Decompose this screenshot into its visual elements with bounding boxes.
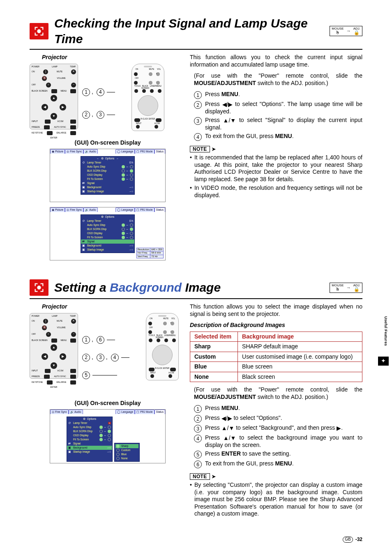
section2-right: This function allows you to select the i… <box>190 303 362 519</box>
projector-label-1: Projector <box>42 54 186 61</box>
callouts-2: 1, 6 2, 3, 4 5 <box>82 336 129 394</box>
note-label-1: NOTE➤ <box>190 146 362 152</box>
side-tab-icon: ✦ <box>378 357 389 366</box>
list-item: 1 Press MENU. <box>194 405 362 413</box>
list-item: 1 Press MENU. <box>194 91 362 99</box>
section2-notes: By selecting "Custom", the projector can… <box>190 481 362 518</box>
gui-box-2: ◎Fine Sync 🔊Audio ◯Language ▢PRJ Mode St… <box>50 409 166 463</box>
section1-right: This function allows you to check the cu… <box>190 54 362 265</box>
projector-diagram-2: POWERLAMPTEMP. ON|MUTE✕ 🔇VOLUME OFF○− BL… <box>30 313 186 394</box>
note-label-2: NOTE➤ <box>190 473 362 480</box>
list-item: 2 Press ◀/▶ to select "Options". <box>194 415 362 423</box>
callouts-1: 1, 4 2, 3 <box>82 88 115 134</box>
section2-left: Projector POWERLAMPTEMP. ON|MUTE✕ 🔇VOLUM… <box>30 303 186 519</box>
list-item: 3 Press ▲/▼ to select "Signal" to displa… <box>194 117 362 131</box>
section1-notes: It is recommended that the lamp be repla… <box>190 154 362 199</box>
gui-heading-2: (GUI) On-screen Display <box>30 400 186 407</box>
section2-rule <box>30 298 362 299</box>
svg-point-0 <box>37 29 41 33</box>
mouse-adj-badge-2: MOUSE🖱 → ADJ.🔒 <box>330 283 362 293</box>
list-item: 2 Press ◀/▶ to select "Options". The lam… <box>194 101 362 115</box>
bg-table: Selected itemBackground image SharpSHARP… <box>190 332 362 382</box>
options-menu-1a: ←⚙Options→ ⏱Lamp Timer0 h Auto Sync Disp… <box>81 156 135 195</box>
section1-heading: Checking the Input Signal and Lamp Usage… <box>30 16 362 46</box>
projector-diagram-1: POWERLAMPTEMP. ON|MUTE✕ 🔇VOLUME OFF○− BL… <box>30 64 186 134</box>
section1-prelude: (For use with the "Power" remote control… <box>194 72 362 87</box>
list-item: 3 Press ▲/▼ to select "Background", and … <box>194 424 362 433</box>
section2-steps: 1 Press MENU. 2 Press ◀/▶ to select "Opt… <box>194 405 362 468</box>
list-item: 6 To exit from the GUI, press MENU. <box>194 460 362 468</box>
remote-panel-1: ONMUTEVOL + OFF − TOOLSBLACK SCREENLASER… <box>131 64 164 131</box>
section2-title: Setting a Background Image <box>54 280 330 295</box>
projector-panel-2: POWERLAMPTEMP. ON|MUTE✕ 🔇VOLUME OFF○− BL… <box>30 313 78 379</box>
gui-box-1b: ◉Picture ◎Fine Sync 🔊Audio ◯Language ▢PR… <box>50 207 166 260</box>
section1-rule <box>30 49 362 50</box>
side-tab: Useful Features <box>383 316 388 346</box>
list-item: 4 Press ▲/▼ to select the background ima… <box>194 434 362 449</box>
list-item: 4 To exit from the GUI, press MENU. <box>194 133 362 141</box>
page-footer: GB -32 <box>343 537 362 543</box>
section1-body: Projector POWERLAMPTEMP. ON|MUTE✕ 🔇VOLUM… <box>30 54 362 265</box>
mouse-adj-badge: MOUSE🖱 → ADJ.🔒 <box>330 26 362 36</box>
desc-heading: Description of Background Images <box>190 322 362 329</box>
gui-box-1a: ◉Picture ◎Fine Sync 🔊Audio Options ◯Lang… <box>50 149 166 202</box>
section1-intro: This function allows you to check the cu… <box>190 54 362 68</box>
gui-tabs-1a: ◉Picture ◎Fine Sync 🔊Audio Options ◯Lang… <box>50 149 165 154</box>
section2-body: Projector POWERLAMPTEMP. ON|MUTE✕ 🔇VOLUM… <box>30 303 362 519</box>
options-menu-1b: ⚙Options ⏱Lamp Timer0 h Auto Sync Disp↔ … <box>81 214 135 253</box>
section2-heading: Setting a Background Image MOUSE🖱 → ADJ.… <box>30 279 362 296</box>
section1-left: Projector POWERLAMPTEMP. ON|MUTE✕ 🔇VOLUM… <box>30 54 186 265</box>
signal-table: Resolution640 × 350 Hor Freq58.6 kHz Ver… <box>136 248 164 259</box>
section2-icon <box>30 279 48 296</box>
section1-steps: 1 Press MENU. 2 Press ◀/▶ to select "Opt… <box>194 91 362 141</box>
bg-submenu: Sharp Custom Blue None <box>114 443 140 462</box>
gui-tabs-1b: ◉Picture ◎Fine Sync 🔊Audio ◯Language ▢PR… <box>50 207 165 212</box>
section2-prelude: (For use with the "Power" remote control… <box>194 386 362 401</box>
projector-label-2: Projector <box>42 303 186 311</box>
page-number: -32 <box>355 537 362 543</box>
section1-icon <box>30 23 48 39</box>
projector-panel-1: POWERLAMPTEMP. ON|MUTE✕ 🔇VOLUME OFF○− BL… <box>30 64 78 129</box>
gui-heading-1: (GUI) On-screen Display <box>30 139 186 147</box>
remote-panel-2: ONMUTEVOL + OFF − TOOLSBLACK SCREENLASER… <box>146 313 179 380</box>
gui-tabs-2: ◎Fine Sync 🔊Audio ◯Language ▢PRJ Mode St… <box>50 410 165 414</box>
section1-title: Checking the Input Signal and Lamp Usage… <box>54 16 330 46</box>
options-menu-2: ⚙Options ⏱Lamp Timerh Auto Sync Disp↔ BL… <box>67 417 113 462</box>
list-item: 5 Press ENTER to save the setting. <box>194 450 362 458</box>
svg-point-1 <box>37 286 41 289</box>
section2-intro: This function allows you to select the i… <box>190 303 362 318</box>
